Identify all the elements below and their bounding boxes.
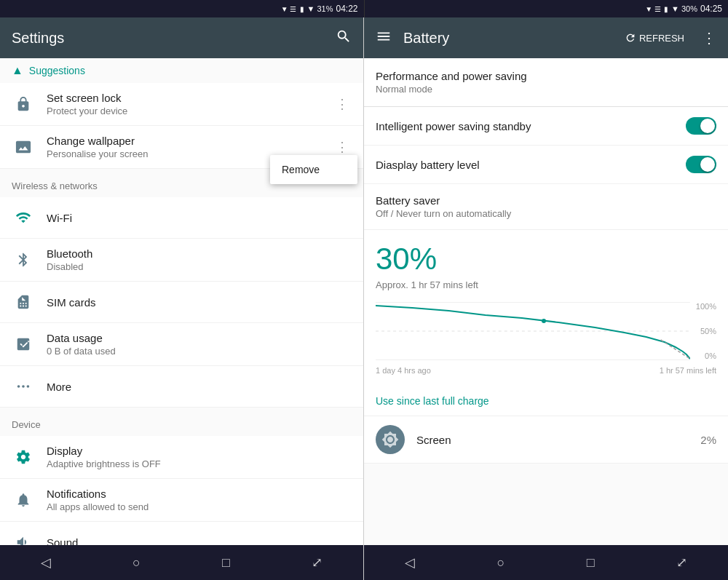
settings-title: Settings	[12, 30, 324, 47]
notifications-title: Notifications	[47, 488, 352, 500]
more-icon	[12, 375, 35, 398]
lock-icon	[12, 92, 35, 116]
right-home-button[interactable]: ○	[479, 549, 522, 576]
settings-item-sound[interactable]: Sound	[0, 522, 363, 545]
battery-graph-svg	[376, 302, 690, 360]
screen-brightness-icon	[376, 425, 405, 454]
battery-saver-title: Battery saver	[376, 194, 716, 207]
settings-panel: Settings ▲ Suggestions Set screen lock P…	[0, 17, 364, 580]
settings-item-screen-lock[interactable]: Set screen lock Protect your device ⋮	[0, 83, 363, 126]
wallpaper-icon	[12, 135, 35, 159]
screen-lock-title: Set screen lock	[47, 92, 333, 104]
sound-icon	[12, 531, 35, 545]
screen-lock-text: Set screen lock Protect your device	[47, 92, 333, 116]
screen-lock-more-icon[interactable]: ⋮	[333, 93, 352, 115]
right-battery-icon: ▮	[664, 5, 668, 13]
notifications-text: Notifications All apps allowed to send	[47, 488, 352, 512]
battery-more-icon[interactable]: ⋮	[702, 29, 716, 47]
left-battery-percent: ▼ 31%	[307, 4, 333, 13]
settings-item-more[interactable]: More	[0, 366, 363, 408]
screen-lock-subtitle: Protect your device	[47, 106, 333, 116]
right-expand-button[interactable]: ⤢	[659, 549, 705, 576]
battery-refresh-button[interactable]: REFRESH	[625, 32, 684, 44]
wifi-text: Wi-Fi	[47, 212, 352, 224]
search-icon[interactable]	[336, 28, 352, 48]
settings-item-display[interactable]: Display Adaptive brightness is OFF	[0, 436, 363, 479]
settings-item-bluetooth[interactable]: Bluetooth Disabled	[0, 239, 363, 282]
display-subtitle: Adaptive brightness is OFF	[47, 458, 352, 469]
sim-title: SIM cards	[47, 296, 352, 309]
battery-header: Battery REFRESH ⋮	[364, 17, 728, 58]
notifications-icon	[12, 488, 35, 512]
bluetooth-icon	[12, 248, 35, 271]
battery-chart: 100% 50% 0% 1 day 4 hrs ago 1 hr 57 mins…	[364, 302, 728, 386]
bluetooth-subtitle: Disabled	[47, 261, 352, 272]
left-recent-button[interactable]: □	[205, 549, 248, 576]
wifi-icon	[12, 206, 35, 229]
display-icon	[12, 445, 35, 469]
sound-text: Sound	[47, 536, 352, 546]
display-battery-level-row[interactable]: Diasplay battery level	[364, 146, 728, 184]
more-title: More	[47, 381, 352, 393]
battery-percent-value: 30%	[376, 242, 716, 277]
suggestions-section-header[interactable]: ▲ Suggestions	[0, 58, 363, 83]
data-title: Data usage	[47, 332, 352, 344]
settings-header: Settings	[0, 17, 363, 58]
right-time: 04:25	[700, 4, 722, 14]
display-text: Display Adaptive brightness is OFF	[47, 445, 352, 469]
display-battery-toggle[interactable]	[686, 156, 716, 173]
wallpaper-title: Change wallpaper	[47, 135, 333, 147]
svg-line-8	[661, 340, 690, 359]
device-section-header: Device	[0, 408, 363, 436]
battery-title: Battery	[403, 30, 613, 47]
settings-item-notifications[interactable]: Notifications All apps allowed to send	[0, 479, 363, 522]
left-battery-icon: ▮	[300, 5, 304, 13]
left-home-button[interactable]: ○	[115, 549, 158, 576]
left-back-button[interactable]: ◁	[23, 549, 68, 576]
chart-time-end: 1 hr 57 mins left	[660, 366, 716, 375]
performance-title: Performance and power saving	[376, 70, 716, 82]
wallpaper-dropdown: Remove	[270, 155, 357, 184]
data-subtitle: 0 B of data used	[47, 346, 352, 357]
battery-menu-icon[interactable]	[376, 28, 392, 48]
settings-item-wifi[interactable]: Wi-Fi	[0, 197, 363, 239]
use-since-link[interactable]: Use since last full charge	[364, 386, 728, 416]
notifications-subtitle: All apps allowed to send	[47, 501, 352, 512]
settings-content: ▲ Suggestions Set screen lock Protect yo…	[0, 58, 363, 545]
wifi-title: Wi-Fi	[47, 212, 352, 224]
display-battery-label: Diasplay battery level	[376, 159, 686, 171]
left-time: 04:22	[336, 4, 357, 14]
display-title: Display	[47, 445, 352, 457]
battery-saver-row[interactable]: Battery saver Off / Never turn on automa…	[364, 184, 728, 230]
battery-performance-section[interactable]: Performance and power saving Normal mode	[364, 58, 728, 107]
battery-percent-section: 30% Approx. 1 hr 57 mins left	[364, 230, 728, 302]
sim-text: SIM cards	[47, 296, 352, 309]
settings-item-wallpaper[interactable]: Change wallpaper Personalise your screen…	[0, 126, 363, 169]
right-status-icons: ▼ ☰	[645, 5, 661, 13]
right-battery-percent: ▼ 30%	[671, 4, 697, 13]
left-expand-button[interactable]: ⤢	[294, 549, 340, 576]
intelligent-power-toggle[interactable]	[686, 117, 716, 135]
settings-item-sim[interactable]: SIM cards	[0, 282, 363, 323]
screen-label: Screen	[416, 434, 700, 446]
right-recent-button[interactable]: □	[569, 549, 612, 576]
left-status-bar: ▼ ☰ ▮ ▼ 31% 04:22	[0, 0, 365, 17]
svg-point-7	[542, 319, 546, 323]
chart-time-start: 1 day 4 hrs ago	[376, 366, 431, 375]
sim-icon	[12, 290, 35, 314]
settings-item-data[interactable]: Data usage 0 B of data used	[0, 323, 363, 366]
intelligent-power-row[interactable]: Intelligent power saving standby	[364, 107, 728, 146]
battery-saver-subtitle: Off / Never turn on automatically	[376, 208, 716, 219]
data-icon	[12, 333, 35, 356]
left-status-icons: ▼ ☰	[281, 5, 297, 13]
bluetooth-title: Bluetooth	[47, 247, 352, 260]
right-status-bar: ▼ ☰ ▮ ▼ 30% 04:25	[365, 0, 729, 17]
sound-title: Sound	[47, 536, 352, 546]
screen-item[interactable]: Screen 2%	[364, 416, 728, 464]
right-back-button[interactable]: ◁	[387, 549, 432, 576]
left-nav-bar: ◁ ○ □ ⤢	[0, 545, 363, 580]
data-text: Data usage 0 B of data used	[47, 332, 352, 357]
dropdown-remove[interactable]: Remove	[270, 155, 357, 184]
intelligent-power-label: Intelligent power saving standby	[376, 120, 686, 132]
suggestions-collapse-icon: ▲	[12, 64, 23, 77]
